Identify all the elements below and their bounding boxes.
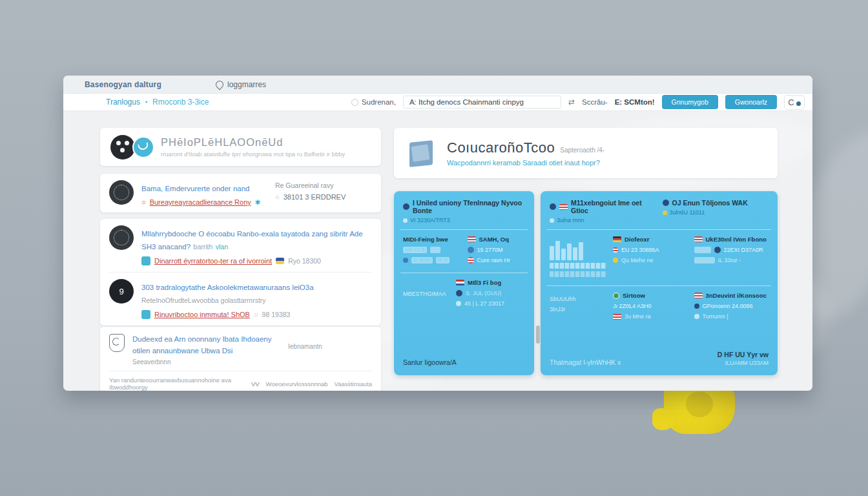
offer-card-2[interactable]: M11xebngoiut Ime oet Gtioc 3ulna rnnn xyxy=(541,191,778,375)
flag-icon xyxy=(613,314,621,320)
breadcrumb-link-secondary[interactable]: Rmoconb 3-3ice xyxy=(152,98,209,107)
organization-badge-icon xyxy=(132,136,154,158)
provider-icon xyxy=(663,200,669,206)
breadcrumb: Tranlogus • Rmoconb 3-3ice xyxy=(106,98,209,107)
offer-card-1[interactable]: I Uniled uniony Tfenlnnagy Nyvoo Bonte V… xyxy=(394,191,534,375)
item-title-link[interactable]: 303 tradralogytathe Askoolekmetawanuraan… xyxy=(141,284,314,291)
offer2-left-title: M11xebngoiut Ime oet Gtioc xyxy=(571,199,656,214)
offer2-sB-mid-row1: Jı 2Z0L4 A3H0 xyxy=(613,303,652,309)
edition-selector[interactable]: E: SCMton! xyxy=(615,98,655,106)
globe-dot-icon xyxy=(694,304,699,309)
swap-arrows-icon[interactable]: ⇄ xyxy=(568,98,575,107)
list-item-detailed[interactable]: Dudeexd ea Arn ononnany Ibata Ihdoaeny o… xyxy=(100,327,381,391)
window-topbar: Basenogyan dalturg loggmarres xyxy=(63,76,812,94)
dot-icon xyxy=(403,258,408,263)
list-item[interactable]: 9 303 tradralogytathe Askoolekmetawanura… xyxy=(100,273,381,326)
offer2-footer-right-sub: ILUAMM U33AM xyxy=(725,360,769,366)
dot-icon xyxy=(694,314,699,319)
offer1-colB-row2: Cure ravn Hr xyxy=(477,257,511,264)
status-indicator: Sudrenan, xyxy=(351,98,396,106)
featured-subtitle: rruaront d'Iloab ataivduffe Iprr ehorgru… xyxy=(161,150,345,158)
item-right-value: 38101 3 ERDDREV xyxy=(284,193,346,201)
offer2-sA-right-row1: 22EXI D37A0R xyxy=(724,247,763,253)
desktop: Basenogyan dalturg loggmarres Tranlogus … xyxy=(0,0,868,496)
detail-title: CoıucaroñoTcoo xyxy=(447,140,555,156)
offer2-sA-right-title: UkE30ınl IVon Fbono xyxy=(706,236,767,243)
offer2-sB-right-title: 3nDeuvint i/Konsooc xyxy=(706,292,767,299)
item-avatar xyxy=(109,180,134,205)
info-dot-icon xyxy=(550,218,554,223)
offer1-midB-row1: S. JUL (GUU) xyxy=(466,290,501,296)
divider xyxy=(547,285,771,286)
item-right-label: Re Guareeinal ravy xyxy=(275,181,372,189)
breadcrumb-link-primary[interactable]: Tranlogus xyxy=(106,98,140,107)
badge-icon xyxy=(109,334,125,352)
scrollbar-track xyxy=(534,191,541,375)
search-value: A: Itchg denocs Chainmanti cinpyg xyxy=(409,98,524,106)
green-dot-icon xyxy=(613,293,619,299)
location-pin-icon xyxy=(214,79,225,90)
brand-logo[interactable]: Basenogyan dalturg xyxy=(85,80,161,89)
detail-mid: VV xyxy=(251,380,260,388)
item-warning-link[interactable]: Bureayreayracadlieraance Rony xyxy=(150,198,251,206)
alert-circle-icon: ○ xyxy=(141,198,146,206)
chat-icon xyxy=(141,310,150,319)
location-selector[interactable]: loggmarres xyxy=(216,80,266,89)
list-item[interactable]: Bama, Emdervurerte onder nand ○ Bureayre… xyxy=(100,174,381,212)
item-right-value: Ryo 18300 xyxy=(288,257,321,265)
list-item[interactable]: Mllahrrybdooche O éocoabu Ranbo-exala ta… xyxy=(100,219,381,272)
primary-action-button[interactable]: Gnnumygob xyxy=(662,95,718,109)
item-sub-label: Seeaverbnnn xyxy=(132,358,288,366)
stripe-bar xyxy=(550,271,606,277)
cart-button[interactable]: C xyxy=(784,95,805,110)
offer1-footer-text[interactable]: Sanlur Iigoowra/A xyxy=(403,358,457,366)
offer2-sB-left1: SbUUUhh xyxy=(550,296,576,302)
offer1-footer: Sanlur Iigoowra/A xyxy=(403,358,525,366)
detail-title-suffix: Sapteroaoth /4- xyxy=(560,147,604,154)
info-dot-icon xyxy=(403,218,408,223)
flag-icon xyxy=(613,236,621,242)
detail-subtitle-link[interactable]: Wacpodannrri keramab Saraadi otiet inaut… xyxy=(447,159,604,167)
offer2-right-sub[interactable]: 3uln6U 11011 xyxy=(670,209,705,216)
offer2-left-sub[interactable]: 3ulna rnnn xyxy=(557,217,584,223)
item-avatar: 9 xyxy=(109,279,134,304)
divider xyxy=(400,229,528,230)
item-meta: barrith xyxy=(194,243,213,251)
search-input[interactable]: A: Itchg denocs Chainmanti cinpyg xyxy=(403,96,561,108)
offer2-footer-right[interactable]: D HF UU Yyr vw xyxy=(718,351,769,358)
item-title-link[interactable]: Bama, Emdervurerte onder nand xyxy=(141,185,249,192)
item-tag[interactable]: vlan xyxy=(216,243,228,251)
radio-circle-icon: ○ xyxy=(254,311,258,318)
globe-dot-icon xyxy=(714,247,721,253)
offer1-colB-title: SAMH, Oq xyxy=(479,236,509,243)
item-warning-link[interactable]: Rinuvriboctoo inmmuta! ShOB xyxy=(154,311,250,318)
list-item-group: Mllahrrybdooche O éocoabu Ranbo-exala ta… xyxy=(100,219,381,326)
app-window: Basenogyan dalturg loggmarres Tranlogus … xyxy=(63,76,812,391)
scrollbar-thumb[interactable] xyxy=(536,326,540,344)
detail-mid2: Woeoevurvlosssnnnab xyxy=(266,380,328,388)
item-title-link[interactable]: Dudeexd ea Arn ononnany Ibata Ihdoaeny o… xyxy=(132,335,271,355)
item-sub-label-right: Iebnamantn xyxy=(288,343,372,350)
detail-right: Vaasiitinsauta xyxy=(335,380,372,388)
offer1-midA: MBESTHGIMAA xyxy=(403,291,446,297)
stripe-bar xyxy=(550,263,606,269)
status-circle-icon xyxy=(351,99,358,106)
item-title-link[interactable]: Mllahrrybdooche O éocoabu Ranbo-exala ta… xyxy=(141,230,363,251)
offer2-sB-left2: 3lnJ3r xyxy=(550,306,566,313)
flag-icon xyxy=(276,258,284,264)
item-warning-link[interactable]: Dinarrott éyrratortoo-ter ra of ivorroin… xyxy=(154,257,272,265)
flag-dot-icon xyxy=(613,247,618,253)
secondary-action-button[interactable]: Gwonoarlz xyxy=(725,95,777,109)
provider-icon xyxy=(403,203,409,210)
divider xyxy=(547,229,771,230)
featured-title: PHēIoPLēHLAOOnēUd xyxy=(161,136,345,149)
result-list: PHēIoPLēHLAOOnēUd rruaront d'Iloab ataiv… xyxy=(100,128,381,391)
nav-actions: Sudrenan, A: Itchg denocs Chainmanti cin… xyxy=(351,95,805,110)
flag-icon xyxy=(468,236,476,242)
offer1-midB-title: MIll3 Fi bog xyxy=(468,279,501,286)
flag-icon xyxy=(694,293,703,298)
offer1-sub[interactable]: VI 3230A/TRT3 xyxy=(410,217,450,223)
placeholder-bar xyxy=(694,247,711,253)
offer2-sB-mid-title: Sirtoow xyxy=(623,292,645,299)
featured-list-item[interactable]: PHēIoPLēHLAOOnēUd rruaront d'Iloab ataiv… xyxy=(100,128,381,166)
